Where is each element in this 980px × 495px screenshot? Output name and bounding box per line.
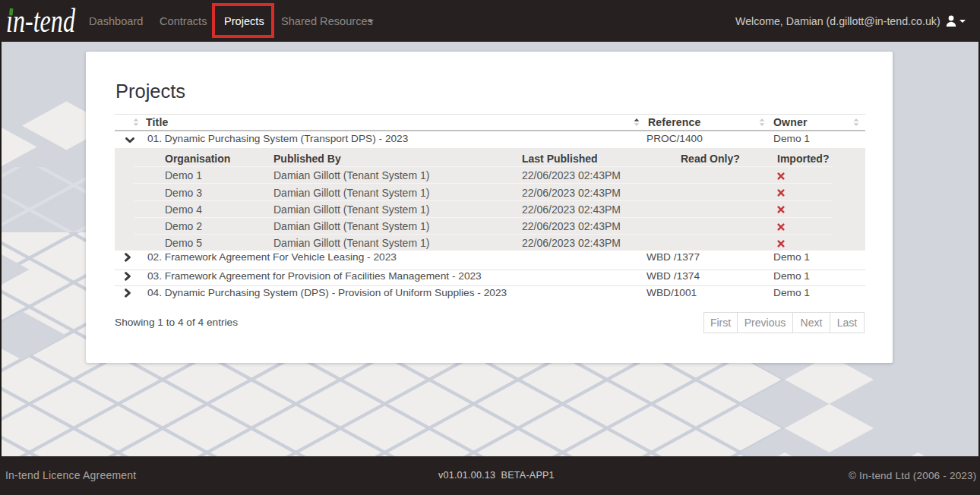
svg-text:ın-tend: ın-tend: [6, 2, 75, 39]
